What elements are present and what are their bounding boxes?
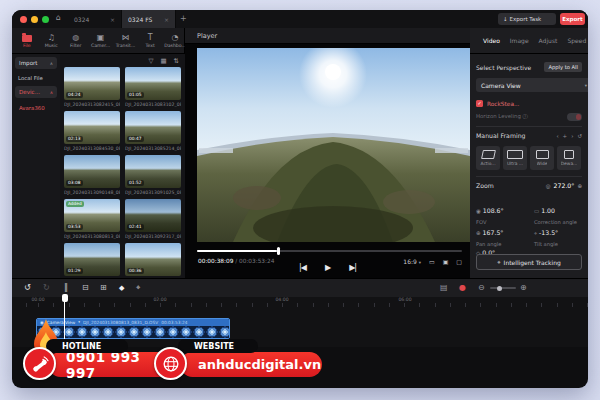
media-thumbnail[interactable]: Added 03:53 (64, 199, 120, 232)
filter-list-icon[interactable]: ▽ (148, 57, 153, 65)
media-thumbnail[interactable]: 01:05 (125, 67, 181, 100)
redo-icon[interactable]: ↻ (43, 283, 50, 293)
tracking-label: Intelligent Tracking (504, 259, 561, 266)
previous-frame-button[interactable]: |◀ (299, 263, 306, 272)
trim-left-icon[interactable]: ⊟ (82, 283, 89, 293)
media-thumbnail[interactable]: 01:52 (125, 155, 181, 188)
zoom-reset-icon[interactable]: ⊕ (577, 183, 582, 189)
stabilization-checkbox[interactable]: ✓ (476, 100, 483, 107)
intelligent-tracking-button[interactable]: ⌖ Intelligent Tracking (476, 254, 582, 270)
tilt-angle-value[interactable]: ⌖-13.5° Tilt angle (534, 220, 582, 247)
media-item: 02:41 DJI_20240313092317_0836_D.OSV (125, 199, 181, 239)
keyframe-next-icon[interactable]: › (571, 133, 573, 139)
media-item: 01:05 DJI_20240313083102_0831_D.OSV (125, 67, 181, 107)
select-perspective-label: Select Perspective (476, 64, 531, 71)
new-tab-button[interactable]: + (180, 14, 187, 23)
device-item[interactable]: Avara360 (19, 105, 45, 111)
website-label: WEBSITE (194, 342, 234, 351)
media-thumbnail[interactable]: 02:13 (64, 111, 120, 144)
duration-badge: 01:52 (127, 180, 144, 186)
preset-wide-button[interactable]: Wide (530, 146, 554, 170)
close-tab-icon[interactable]: × (156, 16, 169, 23)
media-thumbnail[interactable]: 00:36 (125, 243, 181, 276)
horizon-leveling-toggle[interactable] (567, 113, 582, 121)
next-frame-button[interactable]: ▶| (349, 263, 356, 272)
export-button[interactable]: Export (560, 13, 585, 25)
tracking-target-icon[interactable]: ⌖ (136, 283, 141, 293)
apply-to-all-button[interactable]: Apply to All (544, 62, 582, 72)
snapshot-icon[interactable]: ▣ (443, 258, 449, 265)
reset-icon[interactable]: ↺ (577, 133, 582, 139)
trim-right-icon[interactable]: ⊞ (100, 283, 107, 293)
timeline-zoom-out-icon[interactable]: ⊖ (478, 283, 485, 293)
import-header[interactable]: Import ∧ (15, 57, 57, 69)
aspect-ratio-select[interactable]: 16:9 ▾ (403, 258, 421, 265)
action-view-icon (481, 150, 496, 159)
media-filename: DJI_20240313082415_0830_D.OSV (64, 102, 120, 107)
title-bar: ⌂ 0324 × 0324 FS × + ↓ Export Task Expor… (12, 10, 588, 29)
media-thumbnail[interactable]: 00:47 (125, 111, 181, 144)
toolbar-text[interactable]: T Text (142, 33, 160, 48)
media-thumbnail[interactable]: 03:08 (64, 155, 120, 188)
keyframe-add-icon[interactable]: + (563, 133, 568, 139)
duration-badge: 01:29 (66, 268, 83, 274)
toolbar-camera[interactable]: ▣ Camer... (92, 33, 110, 48)
minimize-window-button[interactable] (31, 16, 38, 23)
tab-adjust[interactable]: Adjust (539, 37, 558, 44)
toolbar-music[interactable]: ♫ Music (43, 33, 61, 48)
video-preview[interactable] (197, 48, 470, 242)
device-group-header[interactable]: Devic... ∧ (15, 86, 57, 98)
media-thumbnail[interactable]: 02:41 (125, 199, 181, 232)
screen-view-icon[interactable]: ▭ (429, 258, 435, 265)
proxy-icon[interactable]: ▤ (440, 283, 448, 293)
tab-0324[interactable]: 0324 × (68, 10, 122, 28)
camera-view-select[interactable]: Camera View ▾ (476, 78, 588, 92)
preset-dewarp-button[interactable]: Dewa... (557, 146, 581, 170)
media-thumbnail[interactable]: 04:24 (64, 67, 120, 100)
timeline-zoom-slider[interactable] (490, 287, 516, 289)
undo-icon[interactable]: ↺ (24, 283, 31, 293)
media-item: 01:52 DJI_20240313091025_0835_D.OSV (125, 155, 181, 195)
close-tab-icon[interactable]: × (102, 16, 115, 23)
info-icon: ⓘ (523, 113, 528, 119)
fov-icon: ◉ (476, 208, 481, 214)
fullscreen-icon[interactable]: ▢ (456, 258, 462, 265)
duration-badge: 00:47 (127, 136, 144, 142)
maximize-window-button[interactable] (42, 16, 49, 23)
grid-view-icon[interactable]: ▦ (160, 57, 166, 65)
preset-ultrawide-button[interactable]: Ultra ... (503, 146, 527, 170)
progress-handle[interactable] (277, 247, 280, 255)
correction-icon: ▭ (534, 208, 539, 214)
timeline-ruler[interactable]: 00:00 02:00 04:00 06:00 (12, 297, 588, 307)
tab-image[interactable]: Image (510, 37, 529, 44)
zoom-value[interactable]: 272.0° (554, 182, 575, 189)
playback-progress-bar[interactable] (197, 250, 462, 252)
home-icon[interactable]: ⌂ (56, 13, 61, 22)
sort-icon[interactable]: ⇅ (174, 57, 179, 65)
keyframe-icon[interactable]: ◆ (119, 283, 124, 293)
preset-action-button[interactable]: Actio... (476, 146, 500, 170)
close-window-button[interactable] (20, 16, 27, 23)
timeline-clip[interactable]: ◉ Camera View ▾ DJI_20240313080813_0831_… (36, 318, 230, 339)
toolbar-dashboard[interactable]: ◔ Dashbo... (166, 33, 184, 48)
ruler-label: 06:00 (398, 297, 411, 302)
playhead-handle[interactable] (62, 294, 68, 302)
hotline-label: HOTLINE (62, 342, 101, 351)
play-button[interactable]: ▶ (325, 263, 330, 272)
split-clip-icon[interactable]: ‖ (64, 283, 68, 293)
toolbar-filter[interactable]: ◍ Filter (67, 33, 85, 48)
timeline-zoom-in-icon[interactable]: ⊕ (520, 283, 527, 293)
record-keyframe-icon[interactable]: ● (459, 283, 466, 293)
media-filename: DJI_20240313084530_0832_D.OSV (64, 146, 120, 151)
target-icon[interactable]: ◎ (546, 183, 551, 189)
toolbar-file[interactable]: File (18, 33, 36, 48)
slider-knob[interactable] (497, 286, 502, 291)
tab-speed[interactable]: Speed (567, 37, 586, 44)
keyframe-prev-icon[interactable]: ‹ (556, 133, 558, 139)
toolbar-transition[interactable]: ⋈ Transit... (117, 33, 135, 48)
media-thumbnail[interactable]: 01:29 (64, 243, 120, 276)
local-file-item[interactable]: Local File (18, 75, 43, 81)
export-task-button[interactable]: ↓ Export Task (498, 13, 556, 25)
tab-video[interactable]: Video (483, 37, 500, 44)
tab-0324-fs[interactable]: 0324 FS × (122, 10, 176, 28)
